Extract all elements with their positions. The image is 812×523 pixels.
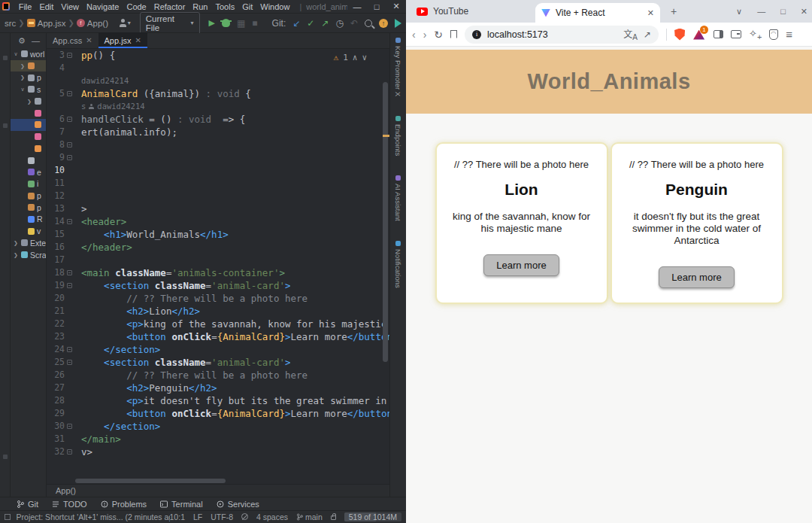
git-commit-icon[interactable]: ✓ — [307, 18, 314, 29]
encoding[interactable]: UTF-8 — [211, 512, 233, 521]
inspection-widget[interactable]: ⚠ 1 ∧ ∨ — [331, 52, 371, 63]
gutter[interactable]: 23 — [47, 330, 75, 343]
fold-icon[interactable] — [67, 424, 72, 429]
menu-tools[interactable]: Tools — [212, 2, 239, 11]
rollback-icon[interactable]: ↶ — [350, 18, 358, 29]
caret-position[interactable]: 10:1 — [170, 512, 185, 521]
menu-icon[interactable]: ≡ — [786, 28, 792, 41]
toolwindow-terminal[interactable]: Terminal — [160, 500, 203, 509]
gutter[interactable]: 12 — [47, 190, 75, 202]
tree-item-p[interactable]: ❯p — [11, 71, 46, 84]
gutter[interactable]: 4 — [47, 62, 75, 74]
tree-item[interactable] — [11, 143, 46, 155]
code-line-20[interactable]: 20 // ?? There will be a photo here — [47, 292, 389, 305]
toolwindow-notifications[interactable]: Notifications — [394, 241, 402, 288]
code-line-17[interactable]: 17 — [47, 254, 389, 266]
code-line-16[interactable]: 16</header> — [47, 241, 389, 254]
toolwindow-stripe-icon[interactable] — [3, 123, 8, 128]
menu-file[interactable]: File — [15, 2, 36, 11]
highlighting-level-icon[interactable] — [241, 513, 248, 520]
gutter[interactable]: 10 — [47, 164, 75, 177]
gutter[interactable]: 21 — [47, 305, 75, 318]
gutter[interactable]: 31 — [47, 433, 75, 445]
error-stripe-mark[interactable] — [383, 135, 389, 137]
code-line-15[interactable]: 15 <h1>World_Animals</h1> — [47, 228, 389, 241]
toolwindow-ai-assistant[interactable]: AI Assistant — [394, 175, 402, 221]
chevron-icon[interactable]: ❯ — [13, 252, 19, 258]
code-line-6[interactable]: 6handleClick = () : void => { — [47, 113, 389, 126]
chevron-icon[interactable]: ❯ — [26, 99, 32, 105]
plugin-notification-icon[interactable] — [395, 19, 401, 28]
code-line-29[interactable]: 29 <button onClick={AnimalCard}>Learn mo… — [47, 407, 389, 420]
menu-navigate[interactable]: Navigate — [83, 2, 123, 11]
tree-item-Exte[interactable]: ❯Exte — [11, 237, 46, 249]
hide-panel-icon[interactable]: — — [32, 36, 40, 45]
code-line-28[interactable]: 28 <p>it doesn't fly but its the great s… — [47, 394, 389, 407]
code-line-30[interactable]: 30 </section> — [47, 420, 389, 433]
code-line-32[interactable]: 32v> — [47, 445, 389, 458]
menu-view[interactable]: View — [57, 2, 83, 11]
tree-item[interactable] — [11, 154, 46, 166]
tree-item-e[interactable]: e — [11, 166, 46, 178]
brave-rewards-icon[interactable]: 1 — [692, 29, 706, 41]
git-update-icon[interactable]: ↙ — [292, 18, 300, 29]
minimize-button[interactable]: — — [757, 7, 765, 16]
fold-icon[interactable] — [67, 219, 72, 224]
sidebar-toggle-icon[interactable] — [714, 30, 723, 38]
close-button[interactable]: ✕ — [801, 7, 807, 17]
history-icon[interactable]: ◷ — [335, 18, 343, 29]
code-line-13[interactable]: 13> — [47, 202, 389, 215]
tree-item-s[interactable]: ∨s — [11, 84, 46, 96]
gutter[interactable]: 20 — [47, 292, 75, 305]
gutter[interactable]: 18 — [47, 266, 75, 279]
tree-item-Scra[interactable]: ❯Scra — [11, 249, 46, 261]
tree-item-i[interactable]: i — [11, 178, 46, 190]
tree-item[interactable] — [11, 119, 46, 131]
stop-button[interactable]: ■ — [252, 18, 257, 29]
close-button[interactable]: ✕ — [386, 2, 406, 11]
toolwindow-problems[interactable]: Problems — [101, 500, 147, 509]
chevron-down-icon[interactable]: ▾ — [128, 20, 131, 26]
fold-icon[interactable] — [67, 53, 72, 58]
tree-item[interactable]: ❯ — [11, 96, 46, 108]
fold-icon[interactable] — [67, 449, 72, 455]
breadcrumb-symbol[interactable]: App() — [87, 19, 108, 28]
brave-shields-icon[interactable] — [674, 29, 685, 41]
fold-icon[interactable] — [67, 142, 72, 147]
gutter[interactable]: 25 — [47, 356, 75, 369]
gutter[interactable]: 9 — [47, 151, 75, 164]
code-line-14[interactable]: 14<header> — [47, 215, 389, 228]
chevron-icon[interactable]: ❯ — [13, 240, 19, 246]
fold-icon[interactable] — [67, 117, 72, 122]
toolwindow-endpoints[interactable]: Endpoints — [394, 116, 402, 156]
chevron-icon[interactable]: ❯ — [20, 74, 26, 81]
menu-window[interactable]: Window — [256, 2, 293, 11]
fold-icon[interactable] — [67, 155, 72, 160]
editor-breadcrumb[interactable]: App() — [47, 484, 389, 497]
tree-item-v[interactable]: v — [11, 225, 46, 237]
code-line-12[interactable]: 12 — [47, 190, 389, 202]
editor-horizontal-scrollbar[interactable] — [47, 478, 389, 484]
back-button[interactable]: ‹ — [412, 29, 416, 41]
writable-lock-icon[interactable] — [331, 515, 336, 520]
git-push-icon[interactable]: ↗ — [321, 18, 329, 29]
reload-button[interactable]: ↻ — [434, 29, 443, 41]
menu-git[interactable]: Git — [238, 2, 256, 11]
learn-more-button[interactable]: Learn more — [483, 254, 559, 276]
menu-run[interactable]: Run — [189, 2, 211, 11]
forward-button[interactable]: › — [423, 29, 427, 41]
menu-code[interactable]: Code — [123, 2, 150, 11]
fold-icon[interactable] — [67, 347, 72, 352]
fold-icon[interactable] — [67, 360, 72, 365]
vpn-shield-icon[interactable] — [769, 29, 778, 40]
gutter[interactable]: 5 — [47, 87, 75, 100]
learn-more-button[interactable]: Learn more — [659, 266, 734, 288]
scrollbar-thumb[interactable] — [75, 479, 226, 483]
maximize-button[interactable]: □ — [780, 7, 786, 16]
code-line-24[interactable]: 24 </section> — [47, 343, 389, 356]
code-editor[interactable]: 3pp() {4dawid242145AnimalCard ({animal})… — [47, 49, 389, 478]
gutter[interactable]: 27 — [47, 382, 75, 394]
fold-icon[interactable] — [67, 91, 72, 96]
code-line-10[interactable]: 10 — [47, 164, 389, 177]
toolwindow-todo[interactable]: TODO — [52, 500, 87, 509]
